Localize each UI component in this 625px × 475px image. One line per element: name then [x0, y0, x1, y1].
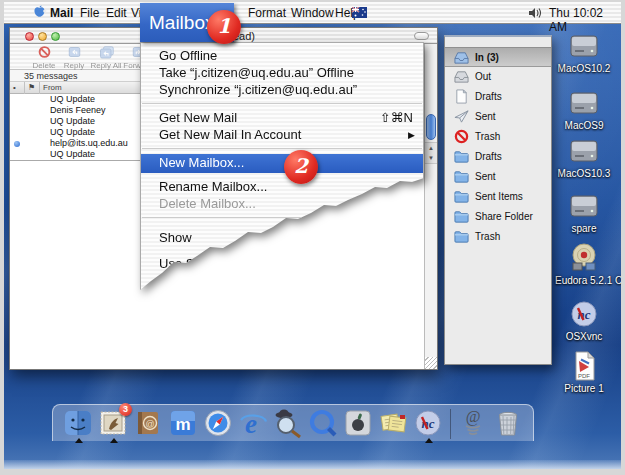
toolbar-pill-button[interactable] — [414, 32, 429, 40]
input-menu-flag-icon[interactable] — [352, 7, 367, 18]
menu-item-use-s[interactable]: Use S — [141, 255, 423, 273]
apple-menu[interactable] — [32, 5, 47, 21]
drawer-item-trash[interactable]: Trash — [445, 127, 551, 147]
svg-text:e: e — [245, 409, 257, 439]
unread-count-badge: 3 — [119, 403, 132, 416]
submenu-arrow-icon: ▶ — [408, 126, 415, 144]
folder-icon — [454, 169, 469, 184]
stage: MacOS10.2MacOS9MacOS10.3spareEudora 5.2.… — [4, 2, 621, 469]
scrollbar-arrows[interactable]: ▲▼ — [425, 142, 437, 164]
message-from: Denis Feeney — [50, 105, 106, 116]
menu-window[interactable]: Window — [291, 6, 334, 20]
drawer-item-label: Trash — [475, 231, 500, 242]
drawer-item-drafts[interactable]: Drafts — [445, 87, 551, 107]
wallpaper-bottom-band — [4, 460, 621, 469]
dock-item-quicktime[interactable] — [307, 407, 339, 439]
menu-item-label: Show — [159, 230, 192, 245]
menu-item-get-new-mail[interactable]: Get New Mail⇧⌘N — [141, 109, 423, 127]
menu-item-take-offline[interactable]: Take “j.citizen@uq.edu.au” Offline — [141, 64, 423, 82]
menu-item-label: Synchronize “j.citizen@uq.edu.au” — [159, 82, 357, 97]
vertical-scrollbar[interactable]: ▲▼ — [424, 44, 437, 369]
mailbox-drawer: In (3)OutDraftsSentTrashDraftsSentSent I… — [444, 35, 552, 365]
menu-item-go-offline[interactable]: Go Offline — [141, 47, 423, 65]
menu-item-new-mailbox[interactable]: New Mailbox... — [141, 154, 423, 173]
message-from: UQ Update — [50, 116, 95, 127]
drawer-item-sent-items[interactable]: Sent Items — [445, 187, 551, 207]
menu-mail[interactable]: Mail — [50, 6, 73, 20]
system-preferences-icon — [342, 407, 374, 439]
menu-file[interactable]: File — [80, 6, 99, 20]
menu-clock[interactable]: Thu 10:02 AM — [549, 6, 621, 34]
desktop-icon-label: Picture 1 — [555, 383, 613, 394]
callout-step-2: 2 — [284, 150, 318, 184]
dock-separator — [450, 409, 451, 439]
drafts-page-icon — [454, 89, 469, 104]
drawer-item-label: Drafts — [475, 151, 502, 162]
dock-item-internet-explorer[interactable]: e — [237, 407, 269, 439]
desktop-icon-picture-1[interactable]: PDFPicture 1 — [555, 350, 613, 394]
address-book-icon: @ — [132, 407, 164, 439]
drawer-item-drafts[interactable]: Drafts — [445, 147, 551, 167]
dock-item-osxvnc[interactable]: nc — [412, 407, 444, 439]
drawer-item-label: Sent Items — [475, 191, 523, 202]
desktop-icon-macos9[interactable]: MacOS9 — [555, 87, 613, 131]
scrollbar-thumb[interactable] — [426, 114, 436, 140]
drawer-item-out[interactable]: Out — [445, 67, 551, 87]
menu-bar: Mail File Edit Vie Format Window Help Th… — [4, 2, 621, 24]
drawer-item-share-folder[interactable]: Share Folder — [445, 207, 551, 227]
dock-item-safari[interactable] — [202, 407, 234, 439]
menu-shortcut: ⇧⌘N — [380, 109, 413, 127]
menu-item-label: Rename Mailbox... — [159, 179, 267, 194]
pdf-doc-icon: PDF — [568, 350, 600, 382]
desktop-icon-macos10-3[interactable]: MacOS10.3 — [555, 135, 613, 179]
eudora-cd-icon — [568, 242, 600, 274]
menu-item-rename-mailbox[interactable]: Rename Mailbox... — [141, 178, 423, 196]
drawer-item-label: Drafts — [475, 91, 502, 102]
dock-item-eudora-notes[interactable] — [377, 407, 409, 439]
drawer-item-sent[interactable]: Sent — [445, 167, 551, 187]
resize-grip[interactable] — [425, 357, 437, 369]
menu-item-get-new-mail-in-account[interactable]: Get New Mail In Account▶ — [141, 126, 423, 144]
menu-item-delete-mailbox: Delete Mailbox... — [141, 195, 423, 213]
svg-text:@: @ — [466, 408, 481, 426]
menu-format[interactable]: Format — [248, 6, 286, 20]
desktop-icon-label: OSXvnc — [555, 331, 613, 342]
volume-menu-extra[interactable] — [527, 6, 542, 20]
desktop-icon-eudora-5-2-1-osx[interactable]: Eudora 5.2.1 OSX — [555, 242, 613, 286]
desktop-icon-osxvnc[interactable]: ncOSXvnc — [555, 298, 613, 342]
drawer-item-in-3-[interactable]: In (3) — [445, 47, 551, 67]
internet-explorer-icon: e — [237, 407, 269, 439]
drawer-item-trash[interactable]: Trash — [445, 227, 551, 247]
dock-item-address-book[interactable]: @ — [132, 407, 164, 439]
drawer-item-sent[interactable]: Sent — [445, 107, 551, 127]
nosign-icon — [36, 46, 53, 61]
dock: 3@menc@ — [52, 404, 534, 441]
message-from: UQ Update — [50, 127, 95, 138]
menu-edit[interactable]: Edit — [106, 6, 127, 20]
desktop-icon-spare[interactable]: spare — [555, 190, 613, 234]
speaker-icon — [527, 6, 542, 20]
svg-text:PDF: PDF — [578, 373, 590, 379]
menu-item-synchronize[interactable]: Synchronize “j.citizen@uq.edu.au” — [141, 81, 423, 99]
column-flag[interactable]: ⚑ — [25, 82, 40, 94]
trash-nosign-icon — [454, 129, 469, 144]
svg-text:m: m — [175, 415, 190, 434]
inbox-tray-icon — [454, 50, 469, 65]
message-from: UQ Update — [50, 94, 95, 105]
dock-item-at-spring[interactable]: @ — [457, 407, 489, 439]
desktop-icon-label: MacOS10.2 — [555, 63, 613, 74]
reply-all-icon — [98, 46, 115, 61]
dock-item-mail-stamp[interactable]: 3 — [97, 407, 129, 439]
column-unread-dot[interactable]: • — [10, 82, 25, 94]
message-from: help@its.uq.edu.au — [50, 138, 128, 149]
sherlock-icon — [272, 407, 304, 439]
menu-item-show[interactable]: Show — [141, 229, 423, 247]
desktop-icon-macos10-2[interactable]: MacOS10.2 — [555, 30, 613, 74]
running-indicator-icon — [75, 438, 83, 443]
dock-item-system-preferences[interactable] — [342, 407, 374, 439]
dock-item-trash[interactable] — [492, 407, 524, 439]
dock-item-finder[interactable] — [62, 407, 94, 439]
dock-item-sherlock[interactable] — [272, 407, 304, 439]
menu-item-label: Use S — [159, 256, 194, 271]
dock-item-m-app[interactable]: m — [167, 407, 199, 439]
